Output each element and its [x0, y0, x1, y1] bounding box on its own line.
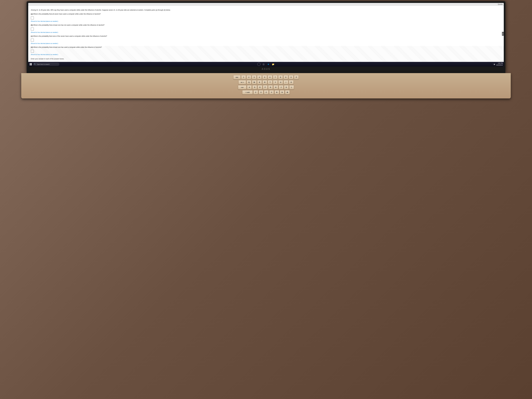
- round-note-a: (Round to four decimal places as needed.…: [31, 20, 501, 22]
- question-title: Questic: [498, 3, 503, 5]
- answer-box-c[interactable]: [31, 39, 34, 42]
- enter-note: Enter your answer in each of the answer …: [31, 57, 501, 60]
- key-8[interactable]: 8: [278, 75, 283, 79]
- answer-box-b[interactable]: [31, 28, 34, 31]
- round-note-d: (Round to four decimal places as needed.…: [31, 54, 501, 55]
- key-p[interactable]: P: [294, 75, 299, 79]
- round-note-b: (Round to four decimal places as needed.…: [31, 32, 501, 33]
- key-k[interactable]: K: [284, 85, 289, 89]
- taskbar-right: ˄ ▣ 4:42 PM 10/23/2019: [492, 62, 503, 66]
- question-header: Questic: [28, 3, 504, 6]
- key-t[interactable]: T: [268, 80, 272, 84]
- key-caps[interactable]: caps: [238, 85, 247, 89]
- question-part-a: (a) What is the probability that all sev…: [31, 13, 501, 22]
- key-m[interactable]: M: [285, 90, 290, 95]
- windows-button[interactable]: [29, 63, 32, 66]
- key-esc[interactable]: esc: [233, 75, 241, 79]
- windows-icon: [30, 63, 32, 65]
- part-b-question: What is the probability that at least on…: [33, 24, 105, 26]
- key-g[interactable]: G: [268, 85, 273, 89]
- part-d-label: (d): [31, 46, 33, 48]
- key-1[interactable]: 1: [241, 75, 246, 79]
- key-tab[interactable]: tab ⇥: [238, 80, 246, 84]
- key-a[interactable]: A: [247, 85, 252, 89]
- question-label-d: (d) What is the probability that at leas…: [31, 46, 501, 48]
- file-explorer-button[interactable]: 📁: [271, 62, 275, 66]
- content-area: Among 21- to 26-year-olds, 36% say they …: [28, 6, 504, 62]
- search-bar[interactable]: 🔍 Type here to search: [33, 63, 59, 66]
- key-4[interactable]: 4: [257, 75, 262, 79]
- key-x[interactable]: X: [259, 90, 263, 95]
- key-b[interactable]: B: [274, 90, 279, 95]
- key-i[interactable]: I: [284, 80, 288, 84]
- question-label-b: (b) What is the probability that at leas…: [31, 24, 501, 26]
- clock-date: 10/23/2019: [496, 64, 503, 66]
- key-j[interactable]: J: [279, 85, 283, 89]
- key-h[interactable]: H: [273, 85, 278, 89]
- part-a-label: (a): [31, 13, 33, 15]
- part-a-question: What is the probability that all seven h…: [33, 13, 101, 15]
- key-d[interactable]: D: [258, 85, 262, 89]
- answer-box-d[interactable]: [31, 50, 34, 53]
- key-c[interactable]: C: [264, 90, 269, 95]
- scroll-arrow[interactable]: ❮: [502, 32, 504, 36]
- key-r[interactable]: R: [262, 80, 267, 84]
- key-z[interactable]: Z: [253, 90, 258, 95]
- monitor-icon[interactable]: ▣: [494, 63, 495, 65]
- keyboard-row-1: esc 1 2 3 4 5 6 7 8 9 0 P: [24, 75, 508, 79]
- keyboard-row-2: tab ⇥ Q W E R T Y U I O: [24, 80, 508, 84]
- key-w[interactable]: W: [252, 80, 257, 84]
- key-9[interactable]: 9: [283, 75, 288, 79]
- clock[interactable]: 4:42 PM 10/23/2019: [496, 62, 503, 66]
- key-7[interactable]: 7: [273, 75, 278, 79]
- round-note-c: (Round to four decimal places as needed.…: [31, 43, 501, 44]
- taskbar-center: ◫ e 📁: [257, 62, 275, 66]
- cortana-button[interactable]: [257, 62, 261, 66]
- system-tray: ˄ ▣: [492, 63, 495, 65]
- key-e[interactable]: E: [257, 80, 262, 84]
- key-3[interactable]: 3: [252, 75, 256, 79]
- key-shift-left[interactable]: ⇧ shift: [242, 90, 253, 95]
- asus-logo: ASUS: [28, 67, 504, 71]
- part-b-label: (b): [31, 24, 33, 26]
- screen: Questic Among 21- to 26-year-olds, 36% s…: [28, 3, 504, 67]
- key-v[interactable]: V: [269, 90, 274, 95]
- key-6[interactable]: 6: [268, 75, 272, 79]
- taskbar-left: 🔍 Type here to search: [29, 63, 59, 66]
- question-label-c: (c) What is the probability that none of…: [31, 35, 501, 37]
- clock-time: 4:42 PM: [496, 62, 503, 64]
- question-label-a: (a) What is the probability that all sev…: [31, 13, 501, 15]
- key-0[interactable]: 0: [289, 75, 293, 79]
- show-hidden-icon[interactable]: ˄: [492, 63, 493, 65]
- folder-icon: 📁: [272, 63, 274, 66]
- key-n[interactable]: N: [280, 90, 285, 95]
- key-y[interactable]: Y: [273, 80, 278, 84]
- question-part-b: (b) What is the probability that at leas…: [31, 24, 501, 33]
- edge-icon: e: [268, 63, 269, 65]
- answer-box-a[interactable]: [31, 17, 34, 19]
- key-s[interactable]: S: [252, 85, 257, 89]
- question-part-d: (d) What is the probability that at leas…: [31, 46, 501, 55]
- key-l[interactable]: L: [289, 85, 294, 89]
- keyboard-row-4: ⇧ shift Z X C V B N M: [24, 90, 508, 95]
- search-bar-text: Type here to search: [37, 63, 50, 65]
- part-c-label: (c): [31, 35, 33, 37]
- edge-button[interactable]: e: [266, 62, 270, 66]
- question-part-c: (c) What is the probability that none of…: [31, 35, 501, 44]
- search-icon: 🔍: [34, 63, 36, 65]
- part-d-question: What is the probability that at least on…: [33, 46, 102, 48]
- part-c-question: What is the probability that none of the…: [33, 35, 107, 37]
- key-u[interactable]: U: [278, 80, 283, 84]
- task-view-button[interactable]: ◫: [262, 62, 266, 66]
- key-2[interactable]: 2: [247, 75, 251, 79]
- key-o[interactable]: O: [289, 80, 294, 84]
- taskbar: 🔍 Type here to search ◫: [28, 62, 504, 67]
- key-f[interactable]: F: [263, 85, 268, 89]
- task-view-icon: ◫: [263, 63, 264, 65]
- intro-text: Among 21- to 26-year-olds, 36% say they …: [31, 8, 501, 11]
- key-q[interactable]: Q: [247, 80, 251, 84]
- circle-icon: [257, 63, 260, 66]
- key-5[interactable]: 5: [262, 75, 267, 79]
- screen-bezel: Questic Among 21- to 26-year-olds, 36% s…: [27, 1, 506, 73]
- laptop-outer: Questic Among 21- to 26-year-olds, 36% s…: [0, 0, 532, 399]
